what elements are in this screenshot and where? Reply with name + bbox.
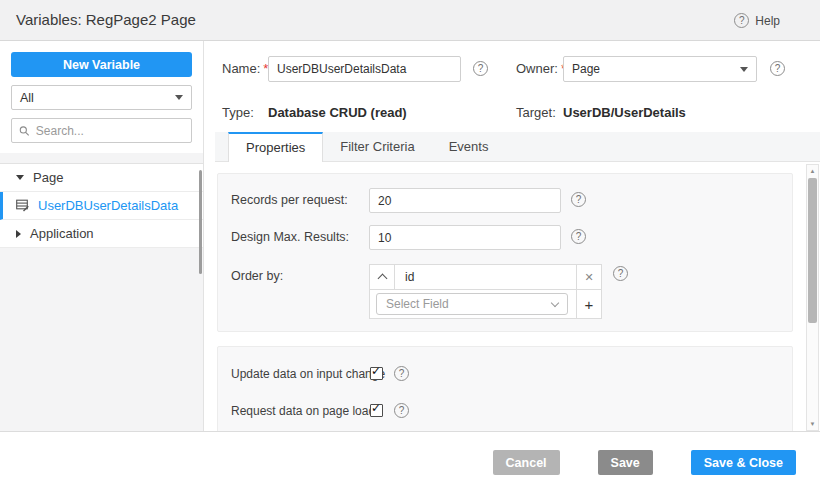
order-by-widget: id ✕ Select Field + [369, 264, 602, 319]
select-field-placeholder: Select Field [386, 297, 449, 311]
request-on-page-load-row: Request data on page load ✓ ? [231, 403, 409, 418]
request-on-page-load-checkbox[interactable]: ✓ [370, 404, 383, 417]
database-variable-icon [16, 199, 29, 212]
add-order-field-row: Select Field + [370, 290, 601, 318]
dialog-footer: Cancel Save Save & Close [0, 431, 820, 486]
cancel-button[interactable]: Cancel [493, 450, 560, 475]
check-icon: ✓ [371, 401, 381, 415]
chevron-up-icon [377, 274, 387, 284]
check-icon: ✓ [371, 364, 381, 378]
tree-node-label: Page [33, 170, 63, 185]
tree-node-label: Application [30, 226, 94, 241]
add-icon: + [585, 296, 594, 313]
dropdown-arrow-icon [175, 95, 183, 100]
properties-tab-content: Records per request: ? Design Max. Resul… [215, 162, 820, 431]
page-title: Variables: RegPage2 Page [16, 0, 196, 40]
order-by-row: id ✕ [370, 265, 601, 290]
question-circle-icon[interactable]: ? [571, 192, 586, 207]
name-input[interactable] [268, 56, 461, 82]
question-circle-icon[interactable]: ? [394, 403, 409, 418]
tree-node-page[interactable]: Page [0, 164, 203, 192]
order-by-label: Order by: [231, 264, 283, 289]
owner-label: Owner:* [516, 56, 566, 82]
variables-sidebar: New Variable All Page [0, 41, 204, 431]
question-circle-icon[interactable]: ? [613, 266, 628, 281]
caret-down-icon [16, 175, 24, 180]
sidebar-scrollbar-thumb[interactable] [199, 170, 202, 274]
detail-tabbar: Properties Filter Criteria Events [215, 132, 820, 162]
order-by-field: id [395, 265, 576, 289]
help-circle-icon: ? [734, 13, 749, 28]
variables-dialog: Variables: RegPage2 Page ? Help New Vari… [0, 0, 820, 486]
tree-node-variable-selected[interactable]: UserDBUserDetailsData [0, 192, 203, 220]
add-order-field-button[interactable]: + [576, 290, 601, 318]
question-circle-icon[interactable]: ? [394, 366, 409, 381]
search-icon [19, 125, 30, 137]
question-circle-icon[interactable]: ? [571, 229, 586, 244]
tree-node-application[interactable]: Application [0, 220, 203, 248]
variable-type-filter[interactable]: All [11, 85, 192, 110]
owner-value: Page [572, 62, 600, 76]
question-circle-icon[interactable]: ? [473, 61, 488, 76]
save-button[interactable]: Save [598, 450, 653, 475]
tab-filter-criteria[interactable]: Filter Criteria [323, 132, 431, 161]
type-label: Type: [222, 100, 254, 126]
select-field-dropdown[interactable]: Select Field [376, 293, 568, 315]
dropdown-arrow-icon [740, 67, 748, 72]
help-label: Help [755, 14, 780, 28]
chevron-down-icon [551, 299, 559, 307]
question-circle-icon[interactable]: ? [770, 61, 785, 76]
content-scrollbar-thumb[interactable] [808, 178, 817, 323]
scroll-down-arrow-icon[interactable]: ▼ [807, 418, 818, 430]
target-label: Target: [516, 100, 556, 126]
update-on-input-change-row: Update data on input change ✓ ? [231, 366, 409, 381]
checkbox-label: Update data on input change [231, 367, 370, 381]
request-settings-group: Records per request: ? Design Max. Resul… [217, 173, 793, 332]
filter-value: All [20, 91, 34, 105]
variable-detail-panel: Name:* ? Owner:* Page ? Type: Database C… [215, 41, 820, 431]
owner-select[interactable]: Page [563, 56, 757, 82]
footer-buttons: Cancel Save Save & Close [493, 450, 796, 475]
scroll-up-arrow-icon[interactable]: ▲ [807, 165, 818, 177]
sidebar-controls: New Variable All [0, 41, 203, 153]
tab-properties[interactable]: Properties [228, 132, 323, 162]
remove-icon: ✕ [584, 271, 593, 284]
search-box [11, 118, 192, 143]
search-input[interactable] [36, 124, 184, 138]
update-on-input-change-checkbox[interactable]: ✓ [370, 367, 383, 380]
name-label: Name:* [222, 56, 268, 82]
records-per-request-label: Records per request: [231, 188, 348, 213]
checkbox-label: Request data on page load [231, 404, 370, 418]
sort-direction-button[interactable] [370, 265, 395, 289]
tab-events[interactable]: Events [432, 132, 506, 161]
help-button[interactable]: ? Help [734, 13, 780, 28]
remove-order-field-button[interactable]: ✕ [576, 265, 601, 289]
new-variable-button[interactable]: New Variable [11, 52, 192, 77]
content-scrollbar[interactable]: ▲ ▼ [806, 164, 819, 431]
type-value: Database CRUD (read) [268, 100, 407, 126]
records-per-request-input[interactable] [369, 188, 561, 213]
dialog-header: Variables: RegPage2 Page ? Help [0, 0, 820, 41]
caret-right-icon [16, 230, 21, 238]
save-and-close-button[interactable]: Save & Close [691, 450, 796, 475]
variables-tree: Page UserDBUserDetailsData Application [0, 163, 203, 248]
behavior-settings-group: Update data on input change ✓ ? Request … [217, 346, 793, 431]
design-max-results-input[interactable] [369, 225, 561, 250]
target-value: UserDB/UserDetails [563, 100, 686, 126]
tree-node-label: UserDBUserDetailsData [38, 198, 178, 213]
design-max-results-label: Design Max. Results: [231, 225, 349, 250]
